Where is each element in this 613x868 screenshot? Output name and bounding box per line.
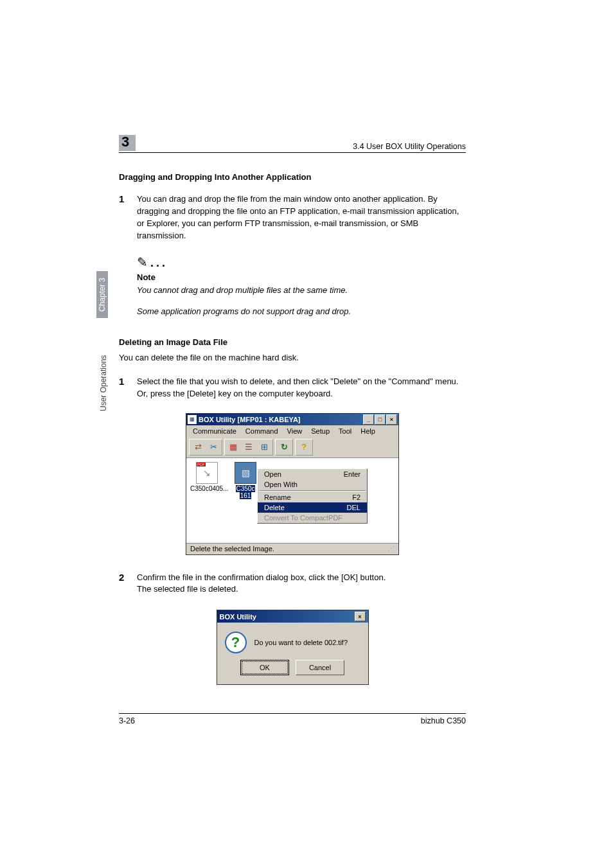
menu-command[interactable]: Command (242, 427, 282, 436)
menu-item-delete[interactable]: Delete DEL (258, 502, 367, 513)
note-block: ✎... Note You cannot drag and drop multi… (137, 254, 466, 318)
page-header: 3 3.4 User BOX Utility Operations (119, 135, 466, 153)
menu-item-rename[interactable]: Rename F2 (258, 492, 367, 502)
note-dots-icon: ... (150, 256, 168, 269)
menu-communicate[interactable]: Communicate (189, 427, 240, 436)
ok-button[interactable]: OK (240, 660, 289, 675)
menu-view[interactable]: View (283, 427, 306, 436)
menu-help[interactable]: Help (357, 427, 379, 436)
status-text: Delete the selected Image. (190, 545, 274, 553)
image-file-icon: ▧ (235, 462, 256, 484)
file-label-selected: 161 (240, 492, 252, 499)
menu-item-convert: Convert To CompactPDF (258, 513, 367, 523)
menu-setup[interactable]: Setup (307, 427, 333, 436)
step-text: You can drag and drop the file from the … (137, 193, 466, 242)
dialog-message: Do you want to delete 002.tif? (254, 639, 348, 646)
file-item[interactable]: PDF ↘ C350c0405... (190, 462, 224, 492)
cancel-button[interactable]: Cancel (296, 660, 344, 675)
refresh-icon[interactable]: ↻ (277, 441, 291, 454)
statusbar: Delete the selected Image. ⋰ (186, 543, 398, 554)
sidebar-chapter-chip: Chapter 3 (96, 271, 108, 318)
step-number: 1 (119, 193, 137, 242)
section-heading-drag: Dragging and Dropping Into Another Appli… (119, 172, 466, 182)
step-line: Confirm the file in the confirmation dia… (137, 572, 386, 582)
toolbar: ⇄ ✂ ▦ ☰ ⊞ ↻ ? (186, 437, 398, 458)
model-label: bizhub C350 (421, 716, 466, 725)
step-text: Confirm the file in the confirmation dia… (137, 572, 466, 596)
menubar: Communicate Command View Setup Tool Help (186, 425, 398, 437)
sidebar: User Operations Chapter 3 (90, 270, 103, 424)
dialog-title-text: BOX Utility (220, 613, 256, 621)
large-icons-icon[interactable]: ▦ (226, 441, 240, 454)
page-number: 3-26 (119, 716, 135, 725)
step-line: Or, press the [Delete] key on the comput… (137, 389, 333, 398)
menu-item-open-with[interactable]: Open With (258, 479, 367, 490)
step-line: The selected file is deleted. (137, 584, 238, 594)
note-label: Note (137, 272, 466, 282)
close-button[interactable]: × (386, 414, 397, 425)
page-footer: 3-26 bizhub C350 (119, 713, 466, 725)
details-icon[interactable]: ⊞ (257, 441, 271, 454)
help-icon[interactable]: ? (297, 441, 311, 454)
app-icon: ▦ (188, 415, 197, 424)
step-text: Select the file that you wish to delete,… (137, 376, 466, 400)
chapter-number: 3 (121, 134, 129, 150)
section-heading-delete: Deleting an Image Data File (119, 337, 466, 347)
menu-tool[interactable]: Tool (335, 427, 355, 436)
note-icon: ✎ (137, 254, 148, 270)
window-title: BOX Utility [MFP01 : KABEYA] (199, 416, 363, 423)
receive-icon[interactable]: ⇄ (191, 441, 205, 454)
resize-grip-icon[interactable]: ⋰ (387, 545, 395, 553)
file-list-area[interactable]: PDF ↘ C350c0405... ▧ C350c 161 (186, 458, 398, 543)
cut-icon[interactable]: ✂ (206, 441, 220, 454)
sidebar-section-label: User Operations (99, 355, 108, 411)
titlebar[interactable]: ▦ BOX Utility [MFP01 : KABEYA] _ □ × (186, 414, 398, 425)
dialog-titlebar[interactable]: BOX Utility × (217, 610, 368, 623)
chapter-badge: 3 (119, 135, 136, 151)
step-number: 2 (119, 572, 137, 596)
section-intro: You can delete the file on the machine h… (119, 352, 466, 364)
minimize-button[interactable]: _ (363, 414, 374, 425)
question-icon: ? (225, 632, 247, 653)
file-label-selected: C350c (236, 485, 256, 492)
note-text-1: You cannot drag and drop multiple files … (137, 285, 466, 297)
box-utility-window: ▦ BOX Utility [MFP01 : KABEYA] _ □ × Com… (186, 413, 399, 555)
note-text-2: Some application programs do not support… (137, 306, 466, 318)
step-line: Select the file that you wish to delete,… (137, 376, 458, 386)
maximize-button[interactable]: □ (375, 414, 386, 425)
shortcut-label: Enter (344, 470, 360, 478)
pdf-file-icon: PDF ↘ (196, 462, 218, 484)
list-icon[interactable]: ☰ (242, 441, 256, 454)
breadcrumb: 3.4 User BOX Utility Operations (353, 142, 466, 151)
context-menu: Open Enter Open With Rename F2 Delete DE… (257, 468, 368, 524)
menu-item-open[interactable]: Open Enter (258, 469, 367, 479)
file-label: C350c0405... (190, 485, 224, 492)
dialog-close-button[interactable]: × (355, 612, 366, 621)
shortcut-label: F2 (352, 493, 360, 501)
step-number: 1 (119, 376, 137, 400)
shortcut-label: DEL (347, 504, 360, 511)
confirm-dialog: BOX Utility × ? Do you want to delete 00… (217, 610, 369, 685)
